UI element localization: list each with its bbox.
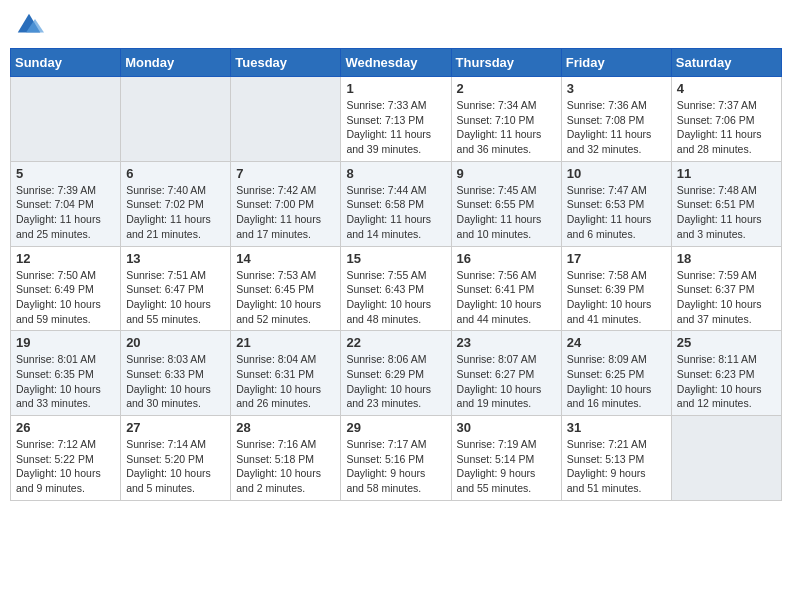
day-number: 18	[677, 251, 776, 266]
day-header-saturday: Saturday	[671, 49, 781, 77]
day-number: 22	[346, 335, 445, 350]
logo-icon	[14, 10, 44, 40]
calendar-cell: 23Sunrise: 8:07 AM Sunset: 6:27 PM Dayli…	[451, 331, 561, 416]
day-number: 26	[16, 420, 115, 435]
day-info: Sunrise: 7:14 AM Sunset: 5:20 PM Dayligh…	[126, 437, 225, 496]
day-info: Sunrise: 7:12 AM Sunset: 5:22 PM Dayligh…	[16, 437, 115, 496]
day-info: Sunrise: 8:06 AM Sunset: 6:29 PM Dayligh…	[346, 352, 445, 411]
day-info: Sunrise: 8:04 AM Sunset: 6:31 PM Dayligh…	[236, 352, 335, 411]
day-info: Sunrise: 7:47 AM Sunset: 6:53 PM Dayligh…	[567, 183, 666, 242]
calendar-cell: 27Sunrise: 7:14 AM Sunset: 5:20 PM Dayli…	[121, 416, 231, 501]
calendar-table: SundayMondayTuesdayWednesdayThursdayFrid…	[10, 48, 782, 501]
day-number: 24	[567, 335, 666, 350]
day-number: 3	[567, 81, 666, 96]
day-info: Sunrise: 8:11 AM Sunset: 6:23 PM Dayligh…	[677, 352, 776, 411]
day-info: Sunrise: 7:33 AM Sunset: 7:13 PM Dayligh…	[346, 98, 445, 157]
day-number: 12	[16, 251, 115, 266]
calendar-cell: 12Sunrise: 7:50 AM Sunset: 6:49 PM Dayli…	[11, 246, 121, 331]
day-number: 21	[236, 335, 335, 350]
day-info: Sunrise: 8:09 AM Sunset: 6:25 PM Dayligh…	[567, 352, 666, 411]
calendar-week-row: 5Sunrise: 7:39 AM Sunset: 7:04 PM Daylig…	[11, 161, 782, 246]
calendar-cell: 28Sunrise: 7:16 AM Sunset: 5:18 PM Dayli…	[231, 416, 341, 501]
day-number: 23	[457, 335, 556, 350]
calendar-header-row: SundayMondayTuesdayWednesdayThursdayFrid…	[11, 49, 782, 77]
day-info: Sunrise: 7:34 AM Sunset: 7:10 PM Dayligh…	[457, 98, 556, 157]
page-header	[10, 10, 782, 40]
day-header-wednesday: Wednesday	[341, 49, 451, 77]
calendar-cell: 20Sunrise: 8:03 AM Sunset: 6:33 PM Dayli…	[121, 331, 231, 416]
day-header-sunday: Sunday	[11, 49, 121, 77]
day-info: Sunrise: 7:48 AM Sunset: 6:51 PM Dayligh…	[677, 183, 776, 242]
day-number: 31	[567, 420, 666, 435]
calendar-cell: 29Sunrise: 7:17 AM Sunset: 5:16 PM Dayli…	[341, 416, 451, 501]
calendar-cell: 10Sunrise: 7:47 AM Sunset: 6:53 PM Dayli…	[561, 161, 671, 246]
day-info: Sunrise: 8:07 AM Sunset: 6:27 PM Dayligh…	[457, 352, 556, 411]
day-info: Sunrise: 7:45 AM Sunset: 6:55 PM Dayligh…	[457, 183, 556, 242]
day-info: Sunrise: 7:19 AM Sunset: 5:14 PM Dayligh…	[457, 437, 556, 496]
day-number: 2	[457, 81, 556, 96]
day-number: 15	[346, 251, 445, 266]
calendar-week-row: 12Sunrise: 7:50 AM Sunset: 6:49 PM Dayli…	[11, 246, 782, 331]
calendar-cell: 5Sunrise: 7:39 AM Sunset: 7:04 PM Daylig…	[11, 161, 121, 246]
day-number: 7	[236, 166, 335, 181]
day-info: Sunrise: 8:03 AM Sunset: 6:33 PM Dayligh…	[126, 352, 225, 411]
calendar-cell: 21Sunrise: 8:04 AM Sunset: 6:31 PM Dayli…	[231, 331, 341, 416]
day-info: Sunrise: 7:37 AM Sunset: 7:06 PM Dayligh…	[677, 98, 776, 157]
day-info: Sunrise: 7:44 AM Sunset: 6:58 PM Dayligh…	[346, 183, 445, 242]
calendar-week-row: 1Sunrise: 7:33 AM Sunset: 7:13 PM Daylig…	[11, 77, 782, 162]
day-header-thursday: Thursday	[451, 49, 561, 77]
calendar-cell	[671, 416, 781, 501]
day-header-friday: Friday	[561, 49, 671, 77]
day-number: 1	[346, 81, 445, 96]
day-number: 16	[457, 251, 556, 266]
day-number: 29	[346, 420, 445, 435]
day-number: 30	[457, 420, 556, 435]
calendar-cell: 13Sunrise: 7:51 AM Sunset: 6:47 PM Dayli…	[121, 246, 231, 331]
day-number: 14	[236, 251, 335, 266]
day-info: Sunrise: 7:36 AM Sunset: 7:08 PM Dayligh…	[567, 98, 666, 157]
day-info: Sunrise: 7:53 AM Sunset: 6:45 PM Dayligh…	[236, 268, 335, 327]
calendar-cell: 11Sunrise: 7:48 AM Sunset: 6:51 PM Dayli…	[671, 161, 781, 246]
calendar-cell: 26Sunrise: 7:12 AM Sunset: 5:22 PM Dayli…	[11, 416, 121, 501]
day-number: 27	[126, 420, 225, 435]
day-info: Sunrise: 7:21 AM Sunset: 5:13 PM Dayligh…	[567, 437, 666, 496]
day-info: Sunrise: 7:56 AM Sunset: 6:41 PM Dayligh…	[457, 268, 556, 327]
day-number: 20	[126, 335, 225, 350]
calendar-cell: 2Sunrise: 7:34 AM Sunset: 7:10 PM Daylig…	[451, 77, 561, 162]
calendar-cell: 30Sunrise: 7:19 AM Sunset: 5:14 PM Dayli…	[451, 416, 561, 501]
day-info: Sunrise: 7:17 AM Sunset: 5:16 PM Dayligh…	[346, 437, 445, 496]
calendar-cell: 3Sunrise: 7:36 AM Sunset: 7:08 PM Daylig…	[561, 77, 671, 162]
day-number: 25	[677, 335, 776, 350]
calendar-cell: 4Sunrise: 7:37 AM Sunset: 7:06 PM Daylig…	[671, 77, 781, 162]
day-number: 10	[567, 166, 666, 181]
day-info: Sunrise: 7:59 AM Sunset: 6:37 PM Dayligh…	[677, 268, 776, 327]
calendar-week-row: 19Sunrise: 8:01 AM Sunset: 6:35 PM Dayli…	[11, 331, 782, 416]
day-info: Sunrise: 7:39 AM Sunset: 7:04 PM Dayligh…	[16, 183, 115, 242]
day-info: Sunrise: 7:42 AM Sunset: 7:00 PM Dayligh…	[236, 183, 335, 242]
day-info: Sunrise: 7:55 AM Sunset: 6:43 PM Dayligh…	[346, 268, 445, 327]
calendar-cell: 16Sunrise: 7:56 AM Sunset: 6:41 PM Dayli…	[451, 246, 561, 331]
calendar-cell: 17Sunrise: 7:58 AM Sunset: 6:39 PM Dayli…	[561, 246, 671, 331]
calendar-cell: 8Sunrise: 7:44 AM Sunset: 6:58 PM Daylig…	[341, 161, 451, 246]
day-header-monday: Monday	[121, 49, 231, 77]
calendar-cell: 31Sunrise: 7:21 AM Sunset: 5:13 PM Dayli…	[561, 416, 671, 501]
logo	[14, 10, 48, 40]
day-header-tuesday: Tuesday	[231, 49, 341, 77]
calendar-week-row: 26Sunrise: 7:12 AM Sunset: 5:22 PM Dayli…	[11, 416, 782, 501]
day-info: Sunrise: 7:50 AM Sunset: 6:49 PM Dayligh…	[16, 268, 115, 327]
calendar-cell: 24Sunrise: 8:09 AM Sunset: 6:25 PM Dayli…	[561, 331, 671, 416]
calendar-cell: 19Sunrise: 8:01 AM Sunset: 6:35 PM Dayli…	[11, 331, 121, 416]
calendar-cell: 25Sunrise: 8:11 AM Sunset: 6:23 PM Dayli…	[671, 331, 781, 416]
day-number: 19	[16, 335, 115, 350]
day-number: 17	[567, 251, 666, 266]
calendar-cell	[11, 77, 121, 162]
day-number: 8	[346, 166, 445, 181]
calendar-cell: 1Sunrise: 7:33 AM Sunset: 7:13 PM Daylig…	[341, 77, 451, 162]
calendar-cell: 22Sunrise: 8:06 AM Sunset: 6:29 PM Dayli…	[341, 331, 451, 416]
day-info: Sunrise: 7:16 AM Sunset: 5:18 PM Dayligh…	[236, 437, 335, 496]
day-info: Sunrise: 7:40 AM Sunset: 7:02 PM Dayligh…	[126, 183, 225, 242]
day-info: Sunrise: 7:58 AM Sunset: 6:39 PM Dayligh…	[567, 268, 666, 327]
calendar-cell: 14Sunrise: 7:53 AM Sunset: 6:45 PM Dayli…	[231, 246, 341, 331]
day-info: Sunrise: 8:01 AM Sunset: 6:35 PM Dayligh…	[16, 352, 115, 411]
calendar-cell	[121, 77, 231, 162]
